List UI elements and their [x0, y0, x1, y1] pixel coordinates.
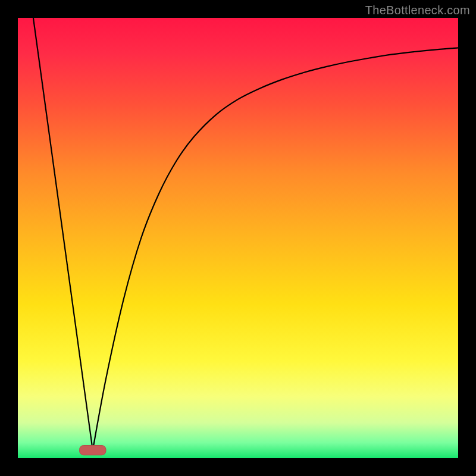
- chart-svg: [18, 18, 458, 458]
- chart-frame: TheBottleneck.com: [0, 0, 476, 476]
- minimum-marker: [80, 446, 106, 455]
- gradient-background: [18, 18, 458, 458]
- watermark-text: TheBottleneck.com: [365, 4, 470, 17]
- plot-area: [18, 18, 458, 458]
